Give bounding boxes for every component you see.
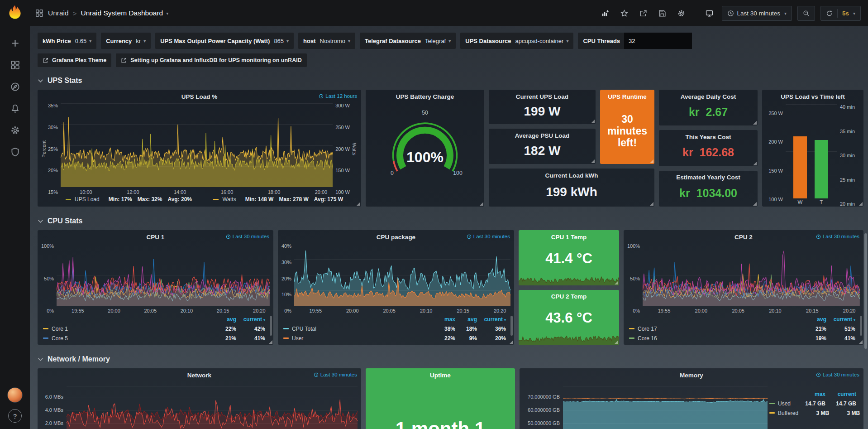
configuration-gear-icon[interactable] <box>6 121 24 139</box>
series-toggle[interactable]: Core 17 <box>629 326 803 332</box>
legend-scrollbar[interactable] <box>270 316 272 336</box>
panel-resize-handle[interactable] <box>753 162 757 165</box>
cpu-threads-input[interactable] <box>624 33 692 49</box>
legend-col-max[interactable]: max <box>795 391 825 397</box>
series-toggle[interactable]: User <box>283 335 434 342</box>
grafana-logo-icon[interactable] <box>5 4 24 20</box>
panel-resize-handle[interactable] <box>357 202 360 206</box>
refresh-picker[interactable]: 5s ▾ <box>820 6 861 21</box>
breadcrumb-dashboard-title[interactable]: Unraid System Dashboard <box>81 9 163 17</box>
panel-title[interactable]: Current Load kWh <box>489 169 654 180</box>
create-plus-icon[interactable] <box>6 34 24 52</box>
legend-col-current[interactable]: current▾ <box>477 316 506 323</box>
panel-title[interactable]: CPU 1 Temp <box>519 230 619 242</box>
panel-resize-handle[interactable] <box>650 159 653 163</box>
panel-resize-handle[interactable] <box>510 340 513 344</box>
server-admin-shield-icon[interactable] <box>6 143 24 161</box>
sparkline <box>519 333 619 345</box>
panel-title[interactable]: Memory <box>520 368 863 380</box>
panel-resize-handle[interactable] <box>615 340 618 344</box>
panel-title[interactable]: Uptime <box>366 368 515 380</box>
panel-title[interactable]: CPU 2 Temp <box>519 290 619 302</box>
chevron-down-icon <box>38 218 43 224</box>
section-cpu-stats[interactable]: CPU Stats <box>38 216 863 227</box>
add-panel-icon[interactable] <box>599 6 612 20</box>
variable-ups-max-output[interactable]: UPS Max Output Power Capacity (Watt) 865… <box>155 33 294 49</box>
dashboard-settings-gear-icon[interactable] <box>675 6 688 20</box>
section-ups-stats[interactable]: UPS Stats <box>38 75 863 86</box>
alerting-bell-icon[interactable] <box>6 99 24 117</box>
legend-scrollbar[interactable] <box>510 316 513 336</box>
variable-currency[interactable]: Currency kr▾ <box>101 33 151 49</box>
stat-value: kr 162.68 <box>682 146 734 159</box>
series-toggle[interactable]: Core 1 <box>43 326 213 332</box>
series-toggle[interactable]: Buffered <box>769 410 798 416</box>
link-setup-guide[interactable]: Setting up Grafana and InfluxDB for UPS … <box>116 53 306 67</box>
series-toggle[interactable]: Core 5 <box>43 335 213 342</box>
legend-col-avg[interactable]: avg <box>213 316 236 323</box>
memory-chart <box>563 380 768 429</box>
series-toggle[interactable]: UPS Load <box>75 196 100 202</box>
breadcrumb-root[interactable]: Unraid <box>48 9 69 17</box>
panel-resize-handle[interactable] <box>859 340 863 344</box>
legend-col-avg[interactable]: avg <box>803 316 826 323</box>
section-network-memory[interactable]: Network / Memory <box>38 354 863 365</box>
legend-col-max[interactable]: max <box>434 316 455 323</box>
variable-label: CPU Threads <box>583 38 620 44</box>
panel-title[interactable]: Current UPS Load <box>489 90 596 101</box>
legend-col-current[interactable]: current▾ <box>826 316 855 323</box>
legend-row: Core 17 21% 51% <box>629 324 855 333</box>
legend-col-current[interactable]: current▾ <box>236 316 265 323</box>
panel-title[interactable]: Estimated Yearly Cost <box>659 171 758 183</box>
panel-title[interactable]: UPS Load vs Time left <box>762 90 863 101</box>
dashboards-icon[interactable] <box>6 56 24 74</box>
panel-title[interactable]: UPS Battery Charge <box>366 90 484 101</box>
stat-value: 30 minutes left! <box>600 114 654 149</box>
panel-resize-handle[interactable] <box>480 202 483 206</box>
series-toggle[interactable]: Watts <box>222 196 236 202</box>
help-icon[interactable]: ? <box>8 409 22 423</box>
panel-title[interactable]: Network <box>38 368 361 380</box>
panel-resize-handle[interactable] <box>650 202 653 206</box>
stat-value: 43.6 °C <box>545 310 592 326</box>
panel-resize-handle[interactable] <box>753 202 757 206</box>
series-toggle[interactable]: CPU Total <box>283 326 434 332</box>
template-variables-row: kWh Price 0.65▾ Currency kr▾ UPS Max Out… <box>38 33 863 49</box>
dashboard-grid-icon[interactable] <box>35 9 43 17</box>
panel-resize-handle[interactable] <box>753 121 757 125</box>
zoom-out-button[interactable] <box>797 6 815 21</box>
panel-title[interactable]: Average PSU Load <box>489 129 596 140</box>
page-scrollbar[interactable] <box>864 233 867 349</box>
time-range-picker[interactable]: Last 30 minutes ▾ <box>722 6 792 21</box>
panel-resize-handle[interactable] <box>591 159 595 163</box>
y-tick: 70.000000 GB <box>520 390 560 404</box>
panel-resize-handle[interactable] <box>591 120 595 123</box>
legend-col-current[interactable]: current <box>825 391 856 397</box>
variable-ups-datasource[interactable]: UPS Datasource apcupsd-container▾ <box>460 33 573 49</box>
chevron-down-icon[interactable]: ▾ <box>166 11 168 16</box>
share-icon[interactable] <box>637 6 650 20</box>
series-toggle[interactable]: Core 16 <box>629 335 803 342</box>
panel-resize-handle[interactable] <box>269 340 272 344</box>
legend-col-avg[interactable]: avg <box>455 316 477 323</box>
panel-title[interactable]: This Years Cost <box>659 130 758 142</box>
panel-title[interactable]: UPS Runtime <box>600 90 654 101</box>
explore-compass-icon[interactable] <box>6 77 24 96</box>
variable-kwh-price[interactable]: kWh Price 0.65▾ <box>38 33 96 49</box>
series-toggle[interactable]: Used <box>769 400 795 407</box>
panel-title[interactable]: UPS Load % <box>38 90 361 101</box>
y-tick: 50% <box>627 276 640 281</box>
cycle-view-monitor-icon[interactable] <box>703 6 716 20</box>
variable-host[interactable]: host Nostromo▾ <box>298 33 355 49</box>
variable-telegraf-datasource[interactable]: Telegraf Datasource Telegraf▾ <box>360 33 456 49</box>
panel-resize-handle[interactable] <box>859 202 863 206</box>
link-grafana-plex-theme[interactable]: Grafana Plex Theme <box>38 53 111 67</box>
panel-resize-handle[interactable] <box>615 281 618 284</box>
legend-scrollbar[interactable] <box>860 316 862 336</box>
panel-title[interactable]: Average Daily Cost <box>659 90 758 101</box>
series-swatch <box>283 337 289 339</box>
star-icon[interactable] <box>618 6 631 20</box>
legend-value: 9% <box>455 335 477 342</box>
user-avatar[interactable] <box>7 387 23 403</box>
save-icon[interactable] <box>656 6 669 20</box>
